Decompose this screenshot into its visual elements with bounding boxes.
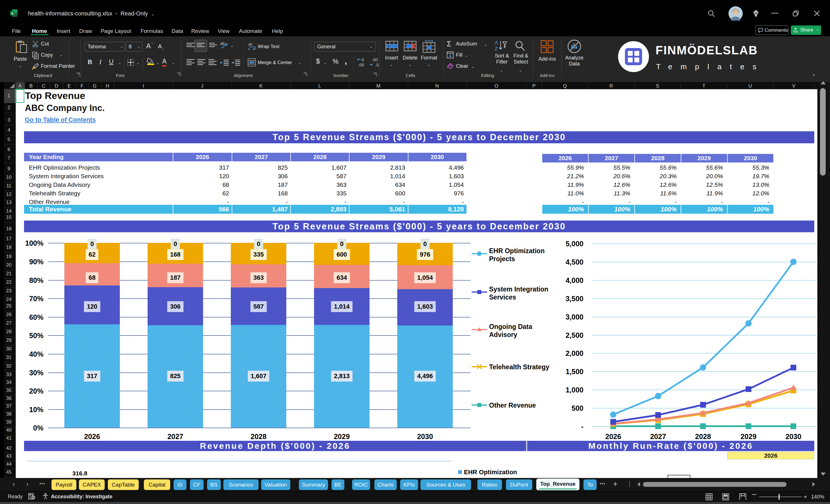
svg-text:Z: Z	[495, 46, 498, 52]
svg-text:c: c	[248, 47, 250, 51]
svg-text:.00: .00	[358, 62, 364, 67]
svg-text:0: 0	[361, 57, 364, 62]
svg-text:x: x	[11, 11, 13, 15]
svg-text:ab: ab	[220, 41, 225, 46]
svg-text:ab: ab	[248, 42, 252, 46]
svg-text:.0: .0	[375, 62, 379, 67]
svg-text:A: A	[495, 40, 498, 45]
svg-text:.00: .00	[372, 57, 378, 62]
